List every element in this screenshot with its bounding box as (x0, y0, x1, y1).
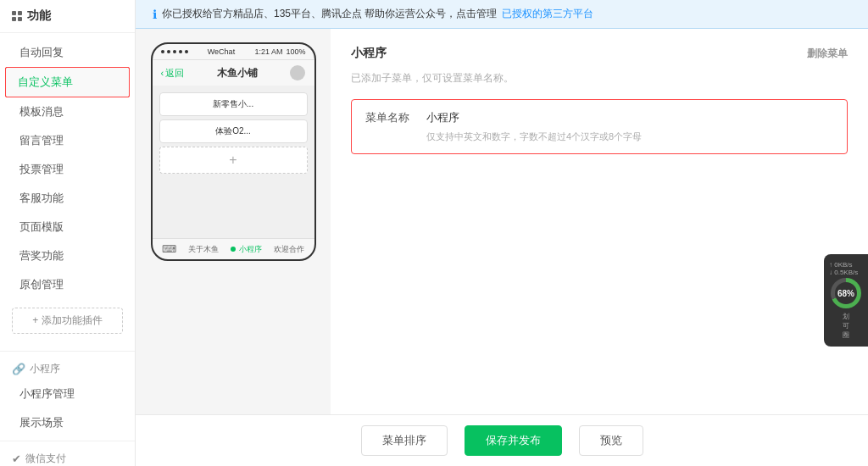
info-icon: ℹ (153, 8, 157, 21)
menu-name-input[interactable] (426, 112, 833, 125)
phone-menu-item-2: 体验O2... (159, 119, 308, 143)
upload-speed: 0KB/s (834, 261, 852, 269)
content-area: WeChat 1:21 AM 100% ‹ 返回 木鱼小铺 (136, 29, 868, 414)
phone-body: 新零售小... 体验O2... + (153, 86, 314, 238)
phone-frame: WeChat 1:21 AM 100% ‹ 返回 木鱼小铺 (151, 42, 316, 261)
panel-section-header: 小程序 删除菜单 (351, 46, 848, 61)
notice-bar: ℹ 你已授权给官方精品店、135平台、腾讯企点 帮助你运营公众号，点击管理 已授… (136, 0, 868, 29)
mini-program-section-title: 🔗 小程序 (0, 355, 135, 380)
right-panel: 小程序 删除菜单 已添加子菜单，仅可设置菜单名称。 菜单名称 仅支持中英文和数字… (331, 29, 868, 414)
divider-2 (0, 441, 135, 441)
preview-button[interactable]: 预览 (579, 425, 643, 456)
phone-signal (161, 50, 188, 53)
grid-icon (12, 11, 22, 21)
phone-status-bar: WeChat 1:21 AM 100% (153, 44, 314, 59)
sidebar-item-auto-reply[interactable]: 自动回复 (0, 38, 135, 67)
sidebar: 功能 自动回复 自定义菜单 模板消息 留言管理 投票管理 客服功能 页面模版 营… (0, 0, 136, 466)
phone-preview: WeChat 1:21 AM 100% ‹ 返回 木鱼小铺 (136, 29, 331, 414)
phone-tab-mini[interactable]: 小程序 (231, 244, 263, 255)
keyboard-icon: ⌨ (162, 243, 176, 255)
panel-title: 小程序 (351, 46, 387, 61)
phone-menu-item-1: 新零售小... (159, 92, 308, 116)
sidebar-item-template-msg[interactable]: 模板消息 (0, 97, 135, 126)
sidebar-item-original-manage[interactable]: 原创管理 (0, 270, 135, 299)
phone-nav-bar: ‹ 返回 木鱼小铺 (153, 59, 314, 86)
sidebar-function-section: 自动回复 自定义菜单 模板消息 留言管理 投票管理 客服功能 页面模版 营奖功能… (0, 33, 135, 347)
phone-time: 1:21 AM (254, 47, 282, 56)
sidebar-item-award-feature[interactable]: 营奖功能 (0, 241, 135, 270)
sidebar-item-custom-menu[interactable]: 自定义菜单 (5, 67, 130, 97)
notice-link[interactable]: 已授权的第三方平台 (502, 7, 593, 21)
speed-circle: 68% (831, 278, 861, 308)
sidebar-item-mini-manage[interactable]: 小程序管理 (0, 380, 135, 408)
phone-back-button[interactable]: ‹ 返回 (161, 67, 185, 80)
add-plugin-button[interactable]: + 添加功能插件 (12, 308, 123, 334)
sidebar-item-mini-scene[interactable]: 展示场景 (0, 408, 135, 437)
notice-text: 你已授权给官方精品店、135平台、腾讯企点 帮助你运营公众号，点击管理 (162, 7, 497, 21)
active-dot (231, 247, 236, 252)
phone-tab-welcome[interactable]: 欢迎合作 (274, 244, 304, 255)
form-row-name: 菜单名称 (365, 110, 833, 125)
form-group: 菜单名称 仅支持中英文和数字，字数不超过4个汉字或8个字母 (351, 99, 848, 154)
wechat-pay-section-title: ✔ 微信支付 (0, 445, 135, 466)
sidebar-header-label: 功能 (27, 8, 51, 24)
link-icon: 🔗 (12, 363, 25, 375)
bottom-bar: 菜单排序 保存并发布 预览 (136, 414, 868, 466)
delete-menu-button[interactable]: 删除菜单 (807, 47, 848, 61)
main-area: ℹ 你已授权给官方精品店、135平台、腾讯企点 帮助你运营公众号，点击管理 已授… (136, 0, 868, 466)
form-label-name: 菜单名称 (365, 110, 416, 125)
sidebar-header: 功能 (0, 0, 135, 33)
save-publish-button[interactable]: 保存并发布 (465, 425, 562, 456)
sidebar-item-customer-service[interactable]: 客服功能 (0, 184, 135, 213)
sidebar-item-page-template[interactable]: 页面模版 (0, 213, 135, 241)
phone-shop-name: 木鱼小铺 (217, 66, 258, 80)
download-speed: 0.5KB/s (834, 269, 858, 276)
phone-tab-about[interactable]: 关于木鱼 (188, 244, 219, 255)
sort-menu-button[interactable]: 菜单排序 (361, 425, 448, 456)
chevron-left-icon: ‹ (161, 68, 164, 78)
phone-app-name: WeChat (208, 47, 235, 56)
form-hint: 仅支持中英文和数字，字数不超过4个汉字或8个字母 (426, 130, 833, 143)
divider-1 (0, 351, 135, 352)
phone-tab-bar: ⌨ 关于木鱼 小程序 欢迎合作 (153, 238, 314, 259)
check-icon: ✔ (12, 452, 21, 465)
already-added-note: 已添加子菜单，仅可设置菜单名称。 (351, 71, 848, 86)
phone-menu-list: 新零售小... 体验O2... + (159, 92, 308, 174)
sidebar-item-vote-manage[interactable]: 投票管理 (0, 155, 135, 184)
sidebar-item-comment-manage[interactable]: 留言管理 (0, 126, 135, 155)
phone-avatar (290, 65, 305, 80)
speed-percent: 68% (835, 282, 857, 304)
phone-battery: 100% (286, 47, 305, 56)
phone-menu-add-button[interactable]: + (159, 147, 308, 174)
speed-widget: ↑ 0KB/s ↓ 0.5KB/s 68% 划 可 圈 (824, 254, 868, 347)
